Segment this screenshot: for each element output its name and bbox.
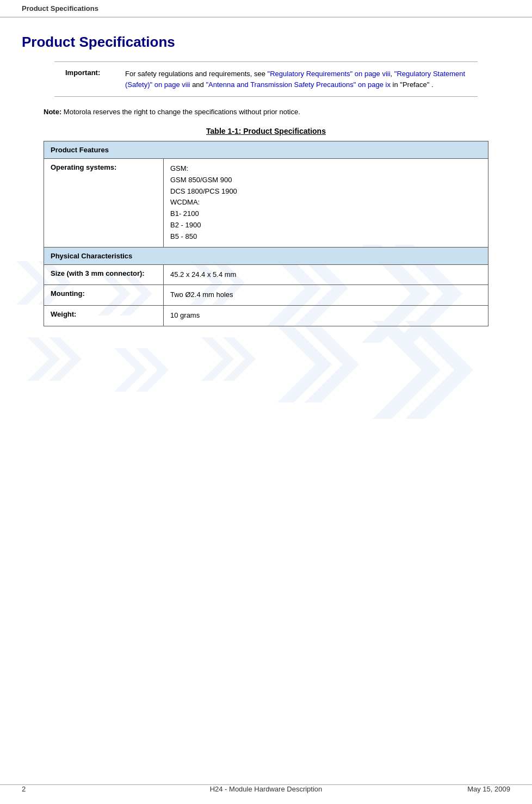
mounting-value: Two Ø2.4 mm holes [164,285,488,306]
note-label: Note: [44,108,61,116]
important-box: Important: For safety regulations and re… [54,61,478,97]
link-regulatory-requirements[interactable]: "Regulatory Requirements" on page viii [268,70,391,78]
svg-marker-12 [114,348,147,392]
table-title: Table 1-1: Product Specifications [44,127,488,135]
svg-marker-13 [136,348,169,392]
header-title: Product Specifications [22,4,98,13]
note-section: Note: Motorola reserves the right to cha… [44,108,488,116]
weight-value: 10 grams [164,306,488,326]
page-footer: 2 H24 - Module Hardware Description May … [0,784,532,793]
footer-page-number: 2 [22,785,184,793]
note-text: Motorola reserves the right to change th… [64,108,300,116]
product-features-header: Product Features [44,141,488,159]
section-row-product-features: Product Features [44,141,488,159]
table-row-size: Size (with 3 mm connector): 45.2 x 24.4 … [44,264,488,285]
page-content: Product Specifications Important: For sa… [0,34,532,348]
page-title: Product Specifications [22,34,510,51]
section-row-physical: Physical Characteristics [44,247,488,264]
table-row-operating-systems: Operating systems: GSM: GSM 850/GSM 900 … [44,159,488,248]
table-row-weight: Weight: 10 grams [44,306,488,326]
important-label: Important: [65,69,114,90]
size-label: Size (with 3 mm connector): [44,264,164,285]
mounting-label: Mounting: [44,285,164,306]
weight-label: Weight: [44,306,164,326]
operating-systems-value: GSM: GSM 850/GSM 900 DCS 1800/PCS 1900 W… [164,159,488,248]
size-value: 45.2 x 24.4 x 5.4 mm [164,264,488,285]
physical-characteristics-header: Physical Characteristics [44,247,488,264]
footer-document-title: H24 - Module Hardware Description [184,785,347,793]
operating-systems-label: Operating systems: [44,159,164,248]
table-row-mounting: Mounting: Two Ø2.4 mm holes [44,285,488,306]
important-text: For safety regulations and requirements,… [125,69,467,90]
footer-date: May 15, 2009 [348,785,510,793]
specs-table: Product Features Operating systems: GSM:… [44,141,488,326]
header-bar: Product Specifications [0,0,532,17]
link-antenna-safety[interactable]: "Antenna and Transmission Safety Precaut… [206,81,391,89]
